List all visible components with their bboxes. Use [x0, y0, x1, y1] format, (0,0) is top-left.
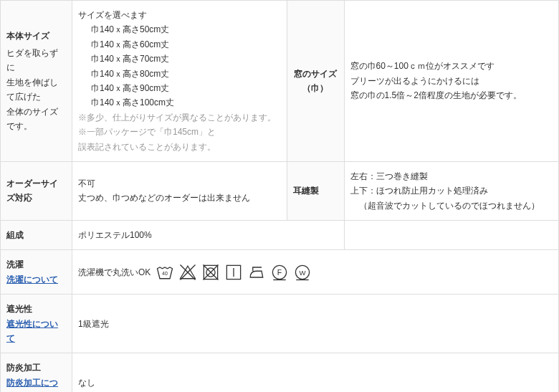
td-edge-sewing: 左右：三つ巻き縫製 上下：ほつれ防止用カット処理済み （超音波でカットしているの…	[344, 161, 559, 220]
size-option: 巾140ｘ高さ90cm丈	[78, 81, 281, 95]
td-empty	[344, 221, 559, 250]
row-washing: 洗濯 洗濯について 洗濯機で丸洗いOK 40 F W	[1, 250, 559, 295]
order-no: 不可	[78, 176, 281, 191]
no-tumble-icon	[201, 262, 221, 282]
no-bleach-icon	[178, 262, 198, 282]
td-shading: 1級遮光	[72, 295, 559, 353]
size-option: 巾140ｘ高さ70cm丈	[78, 52, 281, 66]
td-flame: なし	[72, 353, 559, 392]
sizes-title: サイズを選べます	[78, 8, 281, 22]
washing-text: 洗濯機で丸洗いOK	[78, 265, 150, 279]
wash-40-icon: 40	[155, 262, 175, 282]
svg-text:W: W	[300, 269, 307, 277]
size-note: ※多少、仕上がりサイズが異なることがあります。	[78, 110, 281, 125]
wetclean-w-icon: W	[292, 262, 312, 282]
dryclean-f-icon: F	[269, 262, 290, 282]
shading-link[interactable]: 遮光性について	[6, 319, 58, 343]
th-edge-sewing: 耳縫製	[287, 161, 344, 220]
th-composition: 組成	[1, 221, 72, 250]
th-washing: 洗濯 洗濯について	[1, 250, 72, 295]
td-washing: 洗濯機で丸洗いOK 40 F W	[72, 250, 559, 295]
td-order-size: 不可 丈つめ、巾つめなどのオーダーは出来ません	[72, 161, 287, 220]
th-body-size-title: 本体サイズ	[6, 31, 49, 41]
size-note: ※一部パッケージで「巾145cm」と 誤表記されていることがあります。	[78, 125, 281, 154]
dry-flat-icon	[224, 262, 244, 282]
th-window-size-l2: （巾）	[293, 81, 338, 95]
washing-link[interactable]: 洗濯について	[6, 274, 58, 285]
th-flame-title: 防炎加工	[6, 360, 66, 375]
size-option: 巾140ｘ高さ80cm丈	[78, 67, 281, 81]
th-body-size-sub: ヒダを取らずに 生地を伸ばして広げた 全体のサイズです。	[6, 46, 66, 133]
row-composition: 組成 ポリエステル100%	[1, 221, 559, 250]
row-flame: 防炎加工 防炎加工について なし	[1, 353, 559, 392]
td-body-size: サイズを選べます 巾140ｘ高さ50cm丈 巾140ｘ高さ60cm丈 巾140ｘ…	[72, 1, 287, 162]
spec-table: 本体サイズ ヒダを取らずに 生地を伸ばして広げた 全体のサイズです。 サイズを選…	[0, 0, 559, 392]
th-shading: 遮光性 遮光性について	[1, 295, 72, 353]
wash-icons-group: 40 F W	[155, 262, 312, 282]
size-option: 巾140ｘ高さ50cm丈	[78, 22, 281, 37]
order-desc: 丈つめ、巾つめなどのオーダーは出来ません	[78, 191, 281, 205]
row-body-size: 本体サイズ ヒダを取らずに 生地を伸ばして広げた 全体のサイズです。 サイズを選…	[1, 1, 559, 162]
size-option: 巾140ｘ高さ100cm丈	[78, 95, 281, 110]
svg-text:40: 40	[162, 271, 168, 276]
th-flame: 防炎加工 防炎加工について	[1, 353, 72, 392]
flame-link[interactable]: 防炎加工について	[6, 378, 58, 392]
th-body-size: 本体サイズ ヒダを取らずに 生地を伸ばして広げた 全体のサイズです。	[1, 1, 72, 162]
iron-icon	[247, 262, 267, 282]
th-order-size: オーダーサイズ対応	[1, 161, 72, 220]
td-window-size: 窓の巾60～100ｃｍ位がオススメです プリーツが出るようにかけるには 窓の巾の…	[344, 1, 559, 162]
th-window-size-l1: 窓のサイズ	[293, 67, 338, 81]
svg-text:F: F	[277, 268, 282, 277]
th-washing-title: 洗濯	[6, 257, 66, 272]
size-option: 巾140ｘ高さ60cm丈	[78, 37, 281, 52]
row-shading: 遮光性 遮光性について 1級遮光	[1, 295, 559, 353]
th-shading-title: 遮光性	[6, 302, 66, 316]
row-order-size: オーダーサイズ対応 不可 丈つめ、巾つめなどのオーダーは出来ません 耳縫製 左右…	[1, 161, 559, 220]
th-window-size: 窓のサイズ （巾）	[287, 1, 344, 162]
td-composition: ポリエステル100%	[72, 221, 345, 250]
